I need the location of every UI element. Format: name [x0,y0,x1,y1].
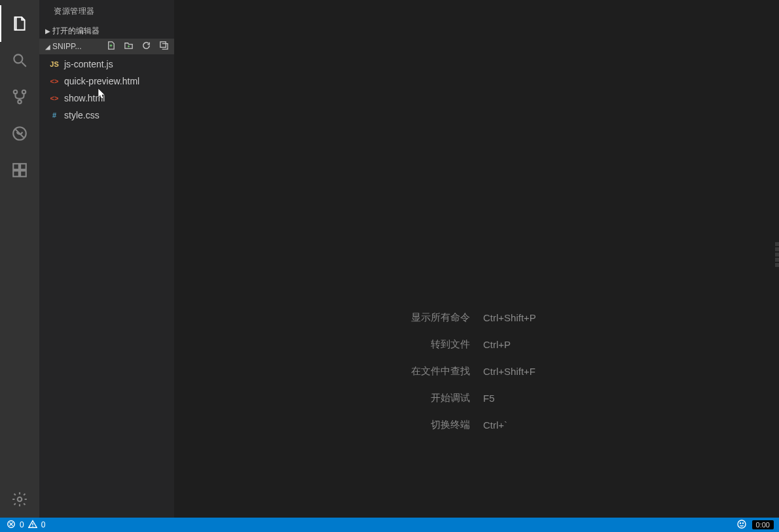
svg-point-4 [18,100,21,103]
feedback-smiley-icon[interactable] [736,519,747,531]
file-tree: JSjs-content.js<>quick-preview.html<>sho… [39,54,174,124]
hint-keybinding: Ctrl+Shift+F [483,366,535,377]
svg-line-1 [22,62,26,67]
hint-label: 转到文件 [174,338,483,351]
file-type-icon: <> [48,77,60,85]
folder-section-header[interactable]: ◢ SNIPP... [39,39,174,54]
time-indicator[interactable]: 0:00 [752,520,774,529]
hint-label: 切换终端 [174,419,483,431]
shortcut-hint: 转到文件Ctrl+P [174,338,779,351]
file-name: quick-preview.html [64,76,139,86]
file-item[interactable]: <>show.html [39,90,174,107]
hint-keybinding: Ctrl+` [483,419,507,431]
open-editors-label: 打开的编辑器 [52,26,174,37]
file-type-icon: <> [48,94,60,102]
file-item[interactable]: #style.css [39,107,174,124]
hint-label: 开始调试 [174,392,483,404]
extensions-tab-icon[interactable] [0,152,39,188]
search-tab-icon[interactable] [0,42,39,79]
shortcut-hint: 在文件中查找Ctrl+Shift+F [174,365,779,378]
chevron-down-icon: ◢ [43,43,52,50]
error-icon[interactable] [7,520,16,531]
minimap-placeholder [775,242,779,281]
status-bar: 0 0 0:00 [0,518,779,532]
svg-rect-13 [160,42,166,47]
warning-count[interactable]: 0 [41,520,46,529]
hint-keybinding: Ctrl+P [483,339,511,350]
svg-point-2 [14,90,17,94]
debug-tab-icon[interactable] [0,115,39,152]
sidebar-title: 资源管理器 [39,0,174,23]
file-item[interactable]: <>quick-preview.html [39,73,174,90]
svg-point-19 [738,520,746,528]
source-control-tab-icon[interactable] [0,79,39,115]
file-item[interactable]: JSjs-content.js [39,56,174,73]
welcome-shortcut-hints: 显示所有命令Ctrl+Shift+P转到文件Ctrl+P在文件中查找Ctrl+S… [174,311,779,431]
explorer-sidebar: 资源管理器 ▶ 打开的编辑器 ◢ SNIPP... [39,0,174,518]
svg-rect-11 [20,171,26,177]
hint-label: 在文件中查找 [174,365,483,378]
editor-area: 显示所有命令Ctrl+Shift+P转到文件Ctrl+P在文件中查找Ctrl+S… [174,0,779,518]
settings-gear-icon[interactable] [0,481,39,518]
svg-rect-8 [13,164,19,169]
explorer-tab-icon[interactable] [0,5,39,42]
svg-point-12 [18,497,22,502]
svg-point-3 [22,90,26,94]
shortcut-hint: 开始调试F5 [174,392,779,404]
hint-keybinding: F5 [483,393,495,404]
hint-label: 显示所有命令 [174,311,483,324]
shortcut-hint: 显示所有命令Ctrl+Shift+P [174,311,779,324]
file-name: style.css [64,110,100,120]
chevron-right-icon: ▶ [43,27,52,35]
svg-point-20 [740,522,740,523]
svg-rect-9 [20,164,26,169]
new-file-icon[interactable] [106,41,116,52]
refresh-icon[interactable] [141,41,151,52]
file-name: show.html [64,93,105,103]
folder-label: SNIPP... [52,42,106,51]
new-folder-icon[interactable] [124,41,134,52]
activity-bar [0,0,39,518]
svg-point-18 [32,525,33,526]
warning-icon[interactable] [28,520,37,531]
svg-rect-10 [13,171,19,177]
hint-keybinding: Ctrl+Shift+P [483,312,536,323]
file-type-icon: JS [48,60,60,68]
file-type-icon: # [48,111,60,119]
collapse-all-icon[interactable] [159,41,169,52]
svg-point-21 [742,522,743,523]
svg-point-0 [14,54,22,63]
file-name: js-content.js [64,59,113,69]
svg-line-7 [16,130,24,138]
error-count[interactable]: 0 [20,520,24,529]
open-editors-section-header[interactable]: ▶ 打开的编辑器 [39,23,174,39]
shortcut-hint: 切换终端Ctrl+` [174,419,779,431]
